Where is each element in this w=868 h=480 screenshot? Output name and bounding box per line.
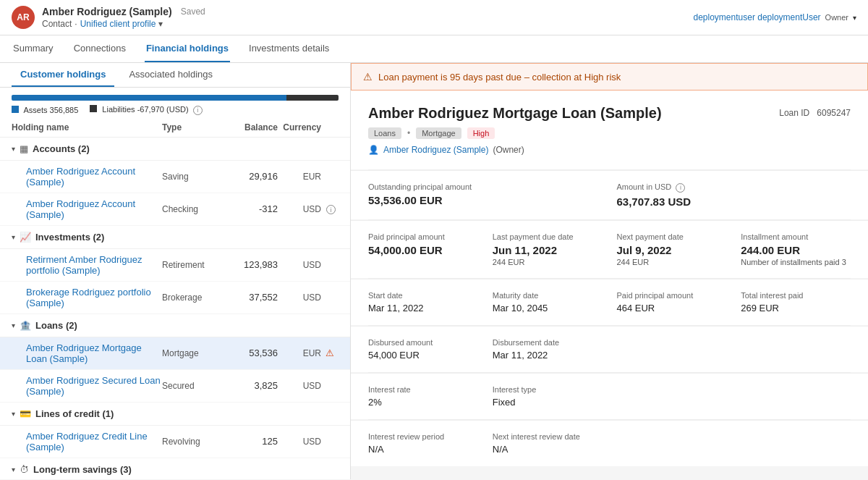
field-paid-principal2-label: Paid principal amount xyxy=(617,291,727,300)
fields-row-2: Paid principal amount 54,000.00 EUR Last… xyxy=(351,220,868,278)
tab-connections[interactable]: Connections xyxy=(72,35,127,62)
profile-label[interactable]: Unified client profile xyxy=(80,19,156,29)
header-user[interactable]: deploymentuser deploymentUser Owner ▾ xyxy=(694,12,857,22)
field-outstanding-label: Outstanding principal amount xyxy=(368,182,603,191)
item-balance: 53,536 xyxy=(227,348,278,358)
detail-meta: Loans • Mortgage High xyxy=(368,127,851,139)
group-loans[interactable]: ▾ 🏦 Loans (2) xyxy=(0,314,350,337)
loans-icon: 🏦 xyxy=(20,320,31,331)
field-interest-rate-value: 2% xyxy=(368,397,478,408)
field-total-interest-value: 269 EUR xyxy=(741,303,851,313)
header-subtitle: Contact · Unified client profile ▾ xyxy=(42,19,205,29)
group-loans-label: Loans (2) xyxy=(35,320,339,331)
group-lines-of-credit[interactable]: ▾ 💳 Lines of credit (1) xyxy=(0,403,350,426)
header: AR Amber Rodriguez (Sample) Saved Contac… xyxy=(0,0,868,35)
list-item[interactable]: Amber Rodriguez Credit Line (Sample) Rev… xyxy=(0,426,350,458)
fields-row-1: Outstanding principal amount 53,536.00 E… xyxy=(351,170,868,219)
investments-icon: 📈 xyxy=(20,232,31,243)
field-paid-principal2: Paid principal amount 464 EUR xyxy=(617,291,727,313)
user-role: Owner xyxy=(825,13,848,22)
field-start-date-label: Start date xyxy=(368,291,478,300)
owner-name[interactable]: Amber Rodriguez (Sample) xyxy=(383,145,488,155)
item-balance: 3,825 xyxy=(227,380,278,391)
item-type: Mortgage xyxy=(162,348,227,358)
group-accounts[interactable]: ▾ ▦ Accounts (2) xyxy=(0,138,350,161)
field-last-payment: Last payment due date Jun 11, 2022 244 E… xyxy=(493,232,603,266)
field-next-review-label: Next interest review date xyxy=(493,432,603,441)
header-left: AR Amber Rodriguez (Sample) Saved Contac… xyxy=(12,6,205,29)
loan-id-label: Loan ID xyxy=(779,108,809,118)
field-interest-rate: Interest rate 2% xyxy=(368,385,478,408)
field-next-payment: Next payment date Jul 9, 2022 244 EUR xyxy=(617,232,727,266)
item-balance: 125 xyxy=(227,436,278,447)
list-item[interactable]: Amber Rodriguez Mortgage Loan (Sample) M… xyxy=(0,337,350,370)
list-item[interactable]: Brokerage Rodriguez portfolio (Sample) B… xyxy=(0,282,350,314)
profile-chevron-icon: ▾ xyxy=(158,19,163,29)
list-item[interactable]: Amber Rodriguez Account (Sample) Saving … xyxy=(0,161,350,193)
item-currency: EUR xyxy=(278,348,321,358)
tab-investments-details[interactable]: Investments details xyxy=(247,35,331,62)
field-interest-type: Interest type Fixed xyxy=(493,385,603,408)
liabilities-bar xyxy=(286,95,339,101)
field-outstanding: Outstanding principal amount 53,536.00 E… xyxy=(368,182,603,208)
field-maturity-value: Mar 10, 2045 xyxy=(493,303,603,313)
list-item[interactable]: Amber Rodriguez Account (Sample) Checkin… xyxy=(0,193,350,226)
saved-status: Saved xyxy=(181,7,205,17)
assets-dot xyxy=(12,106,19,113)
field-interest-type-value: Fixed xyxy=(493,397,603,408)
contact-label: Contact xyxy=(42,19,72,29)
item-currency: USD xyxy=(278,292,321,303)
col-icon xyxy=(321,122,339,132)
tab-associated-holdings[interactable]: Associated holdings xyxy=(120,63,221,87)
list-item[interactable]: Amber Rodriguez Secured Loan (Sample) Se… xyxy=(0,370,350,403)
group-investments[interactable]: ▾ 📈 Investments (2) xyxy=(0,226,350,249)
tab-customer-holdings[interactable]: Customer holdings xyxy=(12,63,114,87)
liabilities-dot xyxy=(90,105,97,112)
field-total-interest-label: Total interest paid xyxy=(741,291,851,300)
chevron-investments-icon: ▾ xyxy=(12,233,15,241)
user-name: deploymentuser deploymentUser xyxy=(694,12,821,22)
nav-bar: Summary Connections Financial holdings I… xyxy=(0,35,868,63)
item-info-icon[interactable]: i xyxy=(321,203,339,214)
currency-label: (USD) xyxy=(166,105,189,114)
left-panel: Customer holdings Associated holdings As… xyxy=(0,63,351,479)
bar-legend: Assets 356,885 Liabilities -67,970 (USD)… xyxy=(12,105,339,115)
amount-usd-info-icon[interactable]: i xyxy=(676,183,685,193)
owner-row: 👤 Amber Rodriguez (Sample) (Owner) xyxy=(368,145,851,155)
field-empty-2 xyxy=(741,338,851,361)
item-type: Saving xyxy=(162,172,227,182)
item-balance: 37,552 xyxy=(227,292,278,303)
assets-bar xyxy=(12,95,286,101)
item-name: Retirment Amber Rodriguez portfolio (Sam… xyxy=(26,254,162,276)
assets-label: Assets xyxy=(23,106,47,114)
liabilities-value: -67,970 xyxy=(137,105,164,114)
detail-title: Amber Rodriguez Mortgage Loan (Sample) xyxy=(368,105,662,122)
group-long-term-savings[interactable]: ▾ ⏱ Long-term savings (3) xyxy=(0,458,350,479)
col-balance: Balance xyxy=(227,122,278,132)
owner-role: (Owner) xyxy=(493,145,524,155)
tab-summary[interactable]: Summary xyxy=(12,35,55,62)
field-empty-4 xyxy=(741,385,851,408)
fields-row-3: Start date Mar 11, 2022 Maturity date Ma… xyxy=(351,279,868,325)
field-start-date-value: Mar 11, 2022 xyxy=(368,303,478,313)
item-type: Revolving xyxy=(162,437,227,447)
info-icon[interactable]: i xyxy=(193,106,203,115)
field-next-payment-label: Next payment date xyxy=(617,232,727,241)
field-disbursement-date-label: Disbursement date xyxy=(493,338,603,347)
list-item[interactable]: Retirment Amber Rodriguez portfolio (Sam… xyxy=(0,249,350,282)
col-type: Type xyxy=(162,122,227,132)
alert-text: Loan payment is 95 days past due – colle… xyxy=(378,72,621,83)
tag-mortgage: Mortgage xyxy=(416,127,461,139)
tab-financial-holdings[interactable]: Financial holdings xyxy=(145,35,230,62)
field-last-payment-value: Jun 11, 2022 xyxy=(493,244,603,256)
holdings-table: ▾ ▦ Accounts (2) Amber Rodriguez Account… xyxy=(0,138,350,479)
group-investments-label: Investments (2) xyxy=(35,232,339,243)
field-review-period: Interest review period N/A xyxy=(368,432,478,455)
field-maturity-label: Maturity date xyxy=(493,291,603,300)
liabilities-label: Liabilities xyxy=(102,105,135,114)
liabilities-legend: Liabilities -67,970 (USD) i xyxy=(90,105,202,115)
field-disbursed: Disbursed amount 54,000 EUR xyxy=(368,338,478,361)
item-currency: USD xyxy=(278,204,321,214)
field-next-payment-value: Jul 9, 2022 xyxy=(617,244,727,256)
owner-person-icon: 👤 xyxy=(368,145,379,155)
